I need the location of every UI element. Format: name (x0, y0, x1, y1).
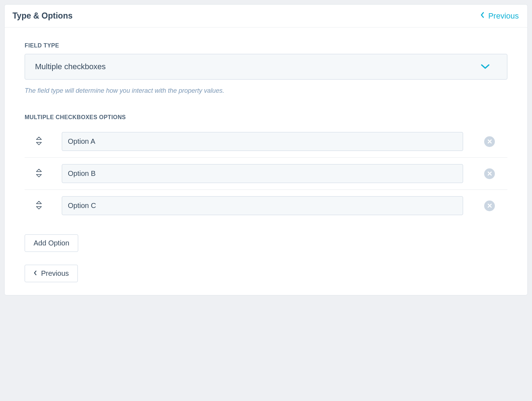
options-list (25, 126, 507, 222)
svg-marker-5 (36, 174, 41, 177)
svg-marker-1 (36, 142, 41, 145)
options-section-label: MULTIPLE CHECKBOXES OPTIONS (25, 114, 507, 121)
previous-button-bottom[interactable]: Previous (25, 265, 78, 282)
remove-option-button[interactable] (472, 168, 507, 179)
card-header: Type & Options Previous (5, 5, 527, 27)
sort-icon (35, 169, 42, 179)
option-input[interactable] (62, 132, 463, 151)
chevron-down-icon (481, 62, 490, 71)
field-type-help: The field type will determine how you in… (25, 86, 507, 96)
close-icon (484, 168, 495, 179)
option-row (25, 158, 507, 190)
drag-handle[interactable] (25, 169, 53, 179)
field-type-label: FIELD TYPE (25, 42, 507, 49)
previous-link-label: Previous (488, 11, 519, 21)
chevron-left-icon (34, 269, 37, 278)
sort-icon (35, 137, 42, 147)
svg-marker-4 (36, 169, 41, 172)
svg-marker-9 (36, 207, 41, 209)
remove-option-button[interactable] (472, 200, 507, 211)
page-title: Type & Options (12, 11, 72, 21)
type-options-card: Type & Options Previous FIELD TYPE Multi… (4, 4, 528, 295)
option-row (25, 190, 507, 222)
svg-marker-0 (36, 137, 41, 139)
option-input[interactable] (62, 164, 463, 183)
previous-button-label: Previous (41, 269, 69, 278)
drag-handle[interactable] (25, 201, 53, 211)
svg-marker-8 (36, 201, 41, 204)
previous-link-top[interactable]: Previous (480, 11, 519, 21)
field-type-select-wrap: Multiple checkboxes (25, 54, 507, 80)
sort-icon (35, 201, 42, 211)
chevron-left-icon (480, 11, 485, 21)
option-input[interactable] (62, 196, 463, 215)
close-icon (484, 200, 495, 211)
add-option-label: Add Option (34, 239, 69, 247)
drag-handle[interactable] (25, 137, 53, 147)
field-type-selected-value: Multiple checkboxes (35, 62, 106, 71)
option-row (25, 126, 507, 158)
field-type-select[interactable]: Multiple checkboxes (25, 54, 507, 80)
options-section: MULTIPLE CHECKBOXES OPTIONS (25, 114, 507, 282)
remove-option-button[interactable] (472, 136, 507, 147)
close-icon (484, 136, 495, 147)
add-option-button[interactable]: Add Option (25, 234, 78, 252)
card-body: FIELD TYPE Multiple checkboxes The field… (5, 27, 527, 295)
